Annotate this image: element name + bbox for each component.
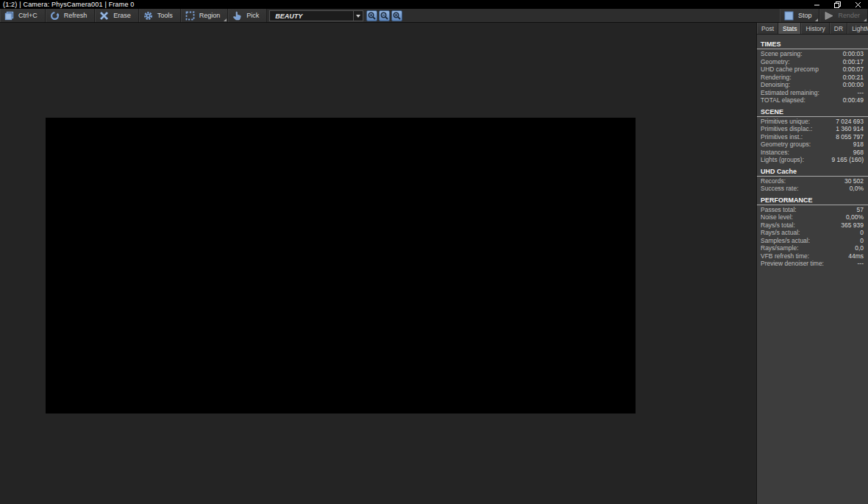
tab-history[interactable]: History [801, 23, 829, 34]
stat-row: Primitives unique:7 024 693 [757, 118, 868, 126]
stat-value: 0:00:00 [843, 81, 864, 88]
copy-button[interactable]: Ctrl+C [0, 9, 46, 22]
refresh-icon [49, 10, 60, 21]
stat-row: Success rate:0,0% [757, 185, 868, 193]
restore-button[interactable] [827, 0, 847, 9]
stat-label: Instances: [761, 149, 789, 156]
tools-button[interactable]: Tools [139, 9, 181, 22]
zoom-out-button[interactable] [379, 10, 390, 21]
section-performance: PERFORMANCE Passes total:57Noise level:0… [757, 195, 868, 268]
tab-lightmix[interactable]: LightMix [847, 23, 868, 34]
stat-value: 0:00:03 [843, 50, 864, 57]
stop-button[interactable]: Stop [780, 9, 820, 22]
section-title: PERFORMANCE [757, 195, 868, 205]
render-canvas[interactable] [0, 23, 756, 504]
window-controls [806, 0, 868, 9]
section-scene: SCENE Primitives unique:7 024 693Primiti… [757, 107, 868, 164]
zoom-fit-icon [393, 12, 401, 20]
section-title: TIMES [757, 39, 868, 49]
stat-label: Geometry groups: [761, 141, 811, 148]
stat-label: Rays/s actual: [761, 229, 800, 236]
stat-label: Rays/s total: [761, 221, 795, 229]
channel-select-arrow[interactable] [353, 11, 363, 21]
stat-value: 57 [857, 206, 864, 213]
section-rows: Passes total:57Noise level:0,00%Rays/s t… [757, 206, 868, 268]
panel-tabrow: Post Stats History DR LightMix [757, 23, 868, 35]
section-uhd-cache: UHD Cache Records:30 502Success rate:0,0… [757, 166, 868, 193]
stat-value: 918 [853, 141, 864, 148]
stat-row: Primitives displac.:1 360 914 [757, 125, 868, 133]
stat-row: Rays/s actual:0 [757, 229, 868, 237]
stat-row: Passes total:57 [757, 206, 868, 214]
stat-value: 0:00:07 [843, 65, 864, 73]
render-button[interactable]: Render [819, 9, 868, 22]
tab-stats[interactable]: Stats [778, 23, 801, 34]
stat-row: VFB refresh time:44ms [757, 252, 868, 260]
stat-value: 0,0 [855, 244, 864, 252]
minimize-icon [814, 1, 820, 8]
stat-label: Primitives displac.: [761, 125, 812, 132]
stat-label: TOTAL elapsed: [761, 96, 805, 104]
stats-sections: TIMES Scene parsing:0:00:03Geometry:0:00… [757, 35, 868, 268]
stat-value: 8 055 797 [836, 133, 864, 141]
stat-row: TOTAL elapsed:0:00:49 [757, 96, 868, 104]
stat-row: Geometry groups:918 [757, 141, 868, 149]
erase-icon [99, 10, 110, 21]
stat-value: 0,0% [850, 185, 864, 192]
stat-label: Primitives inst.: [761, 133, 803, 141]
rendered-image[interactable] [46, 118, 636, 414]
stat-row: Noise level:0,00% [757, 213, 868, 221]
toolbar-render-controls: Stop Render [780, 9, 868, 22]
stat-value: 0:00:21 [843, 74, 864, 81]
stop-button-label: Stop [798, 12, 812, 19]
render-flyout-corner [864, 18, 867, 21]
stat-row: Samples/s actual:0 [757, 237, 868, 245]
pick-icon [232, 10, 243, 21]
minimize-button[interactable] [806, 0, 827, 9]
region-flyout-corner [224, 18, 227, 21]
stat-row: Lights (groups):9 165 (160) [757, 156, 868, 164]
region-button[interactable]: Region [181, 9, 229, 22]
zoom-in-icon [368, 12, 376, 20]
stat-label: Passes total: [761, 206, 797, 213]
stat-value: 0:00:49 [843, 96, 864, 104]
stat-row: Scene parsing:0:00:03 [757, 50, 868, 58]
stat-label: Denoising: [761, 81, 790, 88]
section-rows: Records:30 502Success rate:0,0% [757, 177, 868, 193]
stat-row: Rays/s total:365 939 [757, 221, 868, 230]
render-icon [823, 10, 834, 21]
zoom-in-button[interactable] [366, 10, 377, 21]
section-rows: Scene parsing:0:00:03Geometry:0:00:17UHD… [757, 50, 868, 104]
stat-row: Denoising:0:00:00 [757, 81, 868, 89]
erase-button[interactable]: Erase [95, 9, 139, 22]
render-button-label: Render [838, 12, 860, 19]
stat-label: Rays/sample: [761, 244, 799, 252]
tab-dr[interactable]: DR [830, 23, 847, 34]
stat-value: --- [858, 260, 864, 267]
stat-row: Instances:968 [757, 149, 868, 157]
stat-row: Primitives inst.:8 055 797 [757, 133, 868, 141]
stat-label: Primitives unique: [761, 118, 810, 125]
stat-label: Scene parsing: [761, 50, 803, 57]
zoom-fit-button[interactable] [391, 10, 402, 21]
refresh-button[interactable]: Refresh [46, 9, 96, 22]
stat-value: 0 [860, 229, 864, 236]
stat-row: Preview denoiser time:--- [757, 260, 868, 268]
tab-post[interactable]: Post [757, 23, 778, 34]
copy-icon [4, 10, 15, 21]
stat-value: 365 939 [841, 221, 864, 229]
stat-label: Samples/s actual: [761, 237, 810, 244]
stat-row: Geometry:0:00:17 [757, 58, 868, 66]
pick-button[interactable]: Pick [228, 9, 267, 22]
restore-icon [834, 1, 841, 8]
section-rows: Primitives unique:7 024 693Primitives di… [757, 118, 868, 164]
copy-button-label: Ctrl+C [18, 12, 38, 19]
close-button[interactable] [847, 0, 868, 9]
stat-value: 0,00% [846, 213, 864, 221]
region-button-label: Region [199, 12, 221, 19]
channel-select[interactable]: BEAUTY [269, 10, 363, 21]
stat-value: 968 [853, 149, 864, 156]
stat-value: 0:00:17 [843, 58, 864, 65]
vfb-window: (1:2) | Camera: PhysCamera001 | Frame 0 … [0, 0, 868, 504]
stat-value: 30 502 [844, 177, 864, 185]
